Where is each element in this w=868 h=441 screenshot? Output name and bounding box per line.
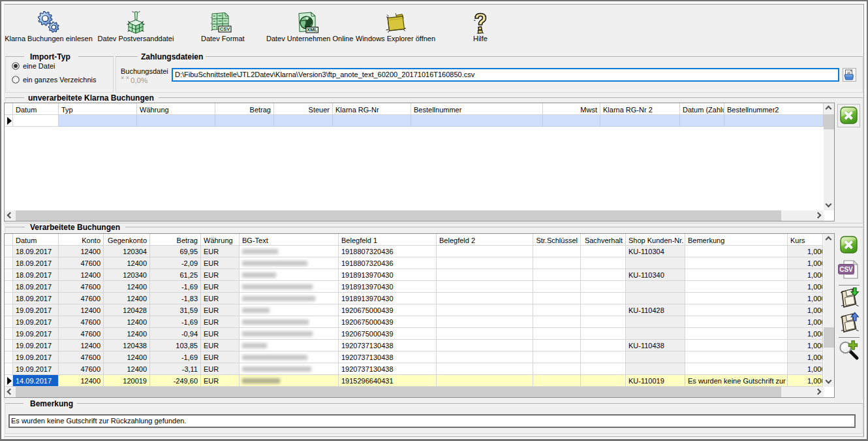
svg-text:CSV: CSV <box>220 26 230 32</box>
svg-text:CSV: CSV <box>839 266 853 273</box>
svg-text:XML: XML <box>307 27 317 33</box>
